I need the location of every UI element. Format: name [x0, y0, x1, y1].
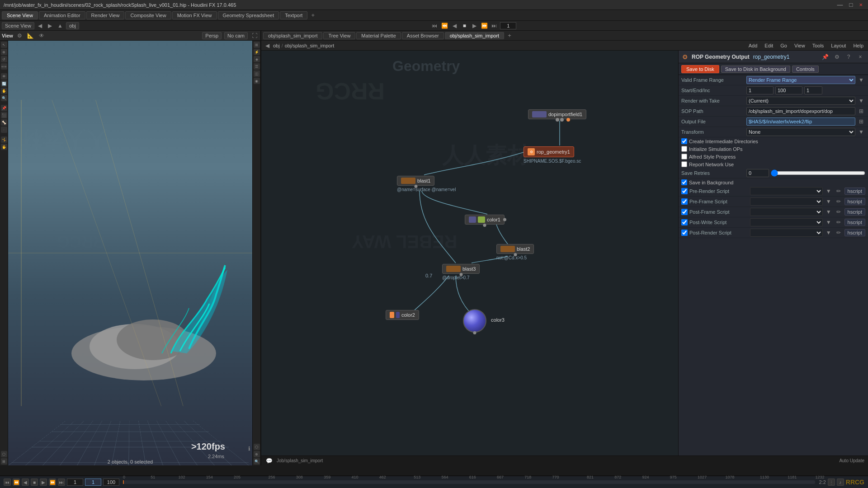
close-button[interactable]: × [857, 1, 864, 8]
viewport-maximize-icon[interactable]: ⛶ [250, 32, 259, 40]
output-file-browse-icon[interactable]: ⊞ [857, 117, 865, 126]
valid-frame-range-expand-icon[interactable]: ▼ [857, 76, 865, 84]
timeline-begin-button[interactable]: ⏮ [4, 479, 11, 486]
add-node-tab-button[interactable]: + [505, 31, 514, 40]
inc-value-input[interactable] [804, 86, 822, 94]
save-to-disk-button[interactable]: Save to Disk [681, 65, 719, 73]
handle-tool[interactable]: 🖐 [1, 144, 7, 150]
timeline-stop-button[interactable]: ■ [31, 479, 38, 486]
pan-tool[interactable]: ✋ [1, 88, 7, 94]
maximize-button[interactable]: □ [848, 1, 855, 8]
breadcrumb-splash[interactable]: obj/splash_sim_import [285, 43, 334, 48]
transform-tool[interactable]: ⊕ [1, 49, 7, 55]
timeline-end-button[interactable]: ⏭ [58, 479, 65, 486]
timeline-audio-icon[interactable]: ♪ [837, 479, 844, 486]
node-blast1[interactable]: blast1 @name=surface @name=vel [397, 176, 434, 186]
post-write-expand-icon[interactable]: ▼ [825, 218, 833, 226]
node-color2[interactable]: color2 [386, 310, 419, 320]
pre-render-edit-icon[interactable]: ✏ [835, 187, 843, 195]
node-menu-go[interactable]: Go [778, 42, 790, 49]
save-background-checkbox[interactable] [681, 179, 687, 185]
timeline-current-frame[interactable] [85, 479, 101, 486]
prop-checkbox-report-network[interactable]: Report Network Use [679, 160, 868, 168]
viewport-side-icon-8[interactable]: ⊕ [254, 451, 260, 457]
particle-tool[interactable]: · [1, 127, 7, 133]
timeline-back-button[interactable]: ⏪ [13, 479, 20, 486]
pre-frame-edit-icon[interactable]: ✏ [835, 197, 843, 206]
view-display-icon[interactable]: 👁 [38, 32, 46, 40]
viewport-3d[interactable]: 人人素材 RRCG [8, 41, 252, 465]
node-back-icon[interactable]: ◀ [263, 42, 271, 50]
prop-checkbox-init-sim[interactable]: Initialize Simulation OPs [679, 145, 868, 153]
output-file-input[interactable] [746, 117, 855, 126]
forward-button[interactable]: ▶ [46, 22, 54, 30]
save-retries-input[interactable] [746, 169, 769, 177]
post-frame-expand-icon[interactable]: ▼ [825, 208, 833, 216]
tab-scene-view[interactable]: Scene View [2, 11, 38, 19]
rotate-tool[interactable]: ↺ [1, 56, 7, 62]
tab-animation-editor[interactable]: Animation Editor [39, 11, 85, 19]
post-frame-checkbox[interactable] [681, 209, 688, 215]
tab-obj-splash2[interactable]: obj/splash_sim_import [445, 32, 504, 39]
post-render-hscript-button[interactable]: hscript [844, 229, 865, 236]
status-chat-icon[interactable]: 💬 [265, 457, 273, 465]
node-canvas[interactable]: Geometry RRCG 人人素材 REBEL WAY [261, 51, 678, 455]
timeline-range-icon[interactable]: ⋮ [828, 479, 835, 486]
post-render-checkbox[interactable] [681, 230, 688, 236]
timeline-end-frame[interactable] [103, 479, 119, 486]
post-render-expand-icon[interactable]: ▼ [825, 229, 833, 237]
timeline-forward-step-button[interactable]: ▶ [40, 479, 47, 486]
node-menu-view[interactable]: View [792, 42, 808, 49]
node-menu-add[interactable]: Add [746, 42, 760, 49]
node-color3[interactable]: color3 [463, 309, 486, 333]
viewport-side-icon-3[interactable]: ◈ [254, 56, 260, 62]
tab-motion-fx-view[interactable]: Motion FX View [172, 11, 217, 19]
save-retries-slider[interactable] [771, 170, 865, 176]
view-snap-icon[interactable]: 📐 [27, 32, 35, 40]
post-frame-edit-icon[interactable]: ✏ [835, 208, 843, 216]
viewport-side-icon-6[interactable]: ◉ [254, 78, 260, 84]
transform-select[interactable]: None [746, 128, 855, 136]
prop-pin-icon[interactable]: 📌 [821, 53, 829, 61]
alfred-checkbox[interactable] [681, 154, 687, 160]
controls-button[interactable]: Controls [792, 66, 819, 73]
tab-obj-splash1[interactable]: obj/splash_sim_import [263, 32, 322, 39]
viewport-side-icon-4[interactable]: ☰ [254, 63, 260, 70]
render-take-select[interactable]: (Current) [746, 97, 855, 105]
render-take-expand-icon[interactable]: ▼ [857, 97, 865, 105]
save-to-disk-background-button[interactable]: Save to Disk in Background [721, 66, 790, 73]
viewport-side-icon-5[interactable]: ◫ [254, 70, 260, 77]
prop-gear-icon[interactable]: ⚙ [833, 53, 841, 61]
prop-help-icon[interactable]: ? [844, 53, 853, 61]
prop-close-icon[interactable]: × [856, 53, 864, 61]
node-rop-geometry1[interactable]: ⚙ rop_geometry1 SHIPNAME.SOS.$F.bgeo.sc [524, 146, 574, 157]
camera-select2[interactable]: No cam [224, 32, 248, 39]
stop-button[interactable]: ■ [460, 22, 468, 30]
tab-tree-view[interactable]: Tree View [323, 32, 355, 39]
init-sim-checkbox[interactable] [681, 146, 687, 152]
obj-path[interactable]: obj [66, 22, 79, 29]
node-menu-tools[interactable]: Tools [810, 42, 827, 49]
add-tab-button[interactable]: + [308, 11, 317, 19]
pose-tool[interactable]: 🤸 [1, 136, 7, 143]
post-write-hscript-button[interactable]: hscript [844, 219, 865, 226]
node-color1[interactable]: color1 [465, 215, 505, 225]
play-end-button[interactable]: ⏭ [490, 22, 498, 30]
dolly-tool[interactable]: 🔍 [1, 95, 7, 101]
object-tool[interactable]: ⬛ [1, 112, 7, 118]
post-frame-hscript-button[interactable]: hscript [844, 208, 865, 216]
viewport-settings-icon[interactable]: ℹ [248, 446, 250, 452]
tab-geometry-spreadsheet[interactable]: Geometry Spreadsheet [218, 11, 279, 19]
viewport-side-icon-2[interactable]: ⚡ [254, 49, 260, 55]
timeline-start-frame[interactable] [67, 479, 83, 486]
up-button[interactable]: ▲ [56, 22, 64, 30]
node-menu-layout[interactable]: Layout [828, 42, 849, 49]
back-button[interactable]: ◀ [36, 22, 44, 30]
pre-frame-script-select[interactable] [750, 197, 823, 206]
view-tools-icon[interactable]: ⚙ [16, 32, 24, 40]
breadcrumb-obj[interactable]: obj [273, 43, 280, 48]
pre-render-script-select[interactable] [750, 187, 823, 195]
play-back-button[interactable]: ⏪ [440, 22, 448, 30]
pre-frame-expand-icon[interactable]: ▼ [825, 197, 833, 206]
tab-asset-browser[interactable]: Asset Browser [402, 32, 444, 39]
